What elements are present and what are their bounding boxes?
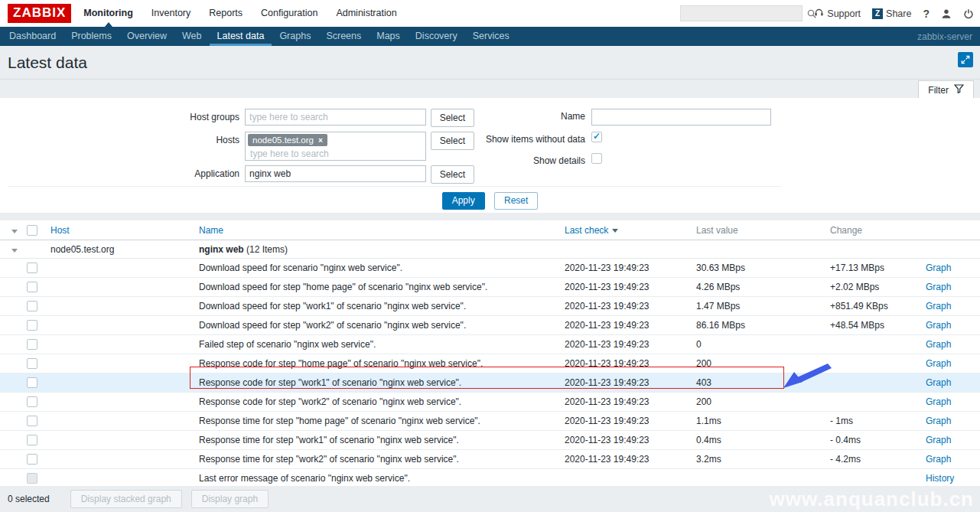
menu-item-reports[interactable]: Reports [209,0,243,27]
table-header: Host Name Last check Last value Change [0,220,980,240]
hosts-multiselect[interactable]: node05.test.org × type here to search [245,132,426,161]
filter-tab-label: Filter [928,85,949,96]
help-icon[interactable]: ? [923,8,930,20]
show-items-checkbox[interactable] [591,132,602,142]
table-body: Download speed for scenario "nginx web s… [0,259,980,488]
column-host[interactable]: Host [50,225,70,236]
row-checkbox[interactable] [27,263,37,273]
row-checkbox[interactable] [27,416,37,426]
item-action-link[interactable]: Graph [926,358,951,369]
hosts-placeholder: type here to search [248,146,423,159]
item-action-link[interactable]: Graph [926,263,951,273]
page-title: Latest data [8,54,972,72]
item-last-value: 30.63 MBps [696,263,830,273]
show-details-checkbox[interactable] [591,153,602,164]
application-input[interactable] [245,165,426,182]
group-host-link[interactable]: node05.test.org [50,244,114,255]
display-stacked-graph-button[interactable]: Display stacked graph [70,490,182,508]
server-name: zabbix-server [917,31,972,42]
column-name[interactable]: Name [199,225,223,236]
host-groups-select-button[interactable]: Select [431,109,474,127]
host-groups-input[interactable] [245,109,426,126]
row-checkbox[interactable] [27,339,37,350]
menu-item-configuration[interactable]: Configuration [261,0,317,27]
item-action-link[interactable]: History [926,473,954,484]
subnav-item-web[interactable]: Web [174,27,209,46]
reset-button[interactable]: Reset [494,192,538,210]
row-checkbox[interactable] [27,301,37,311]
title-row: Latest data [0,46,980,80]
item-action-link[interactable]: Graph [926,377,951,388]
search-input[interactable] [681,8,807,19]
host-chip-remove-icon[interactable]: × [318,136,323,145]
subnav-item-discovery[interactable]: Discovery [408,27,465,46]
subnav-item-problems[interactable]: Problems [63,27,119,46]
filter-tab[interactable]: Filter [918,80,974,98]
selected-count: 0 selected [8,494,50,504]
item-last-value: 403 [696,377,830,388]
item-last-check: 2020-11-23 19:49:23 [565,282,696,292]
share-link[interactable]: Z Share [872,8,911,19]
item-action-link[interactable]: Graph [926,301,951,311]
global-search[interactable] [680,5,803,21]
share-label: Share [886,8,911,19]
subnav-item-services[interactable]: Services [465,27,517,46]
item-name: Download speed for step "home page" of s… [199,282,565,292]
item-action-link[interactable]: Graph [926,454,951,465]
subnav-item-screens[interactable]: Screens [318,27,369,46]
logout-icon[interactable] [963,8,974,19]
item-last-value: 200 [696,358,830,369]
row-checkbox[interactable] [27,396,37,407]
item-last-check: 2020-11-23 19:49:23 [565,416,696,426]
select-all-checkbox[interactable] [27,225,37,236]
subnav-item-maps[interactable]: Maps [369,27,408,46]
column-last-check[interactable]: Last check [565,225,618,236]
row-checkbox[interactable] [27,282,37,292]
profile-icon[interactable] [941,8,952,19]
share-icon: Z [872,8,883,19]
row-checkbox[interactable] [27,358,37,369]
application-select-button[interactable]: Select [431,165,474,184]
item-name: Download speed for step "work2" of scena… [199,320,565,331]
item-name: Response code for step "work1" of scenar… [199,377,565,388]
item-action-link[interactable]: Graph [926,339,951,350]
hosts-select-button[interactable]: Select [431,132,474,150]
group-collapse-toggle[interactable] [0,244,23,255]
item-action-link[interactable]: Graph [926,320,951,331]
row-checkbox[interactable] [27,435,37,445]
zabbix-logo[interactable]: ZABBIX [8,4,71,23]
subnav-item-graphs[interactable]: Graphs [272,27,318,46]
row-checkbox[interactable] [27,377,37,388]
group-item-count: (12 Items) [244,244,288,255]
apply-button[interactable]: Apply [442,192,485,210]
item-action-link[interactable]: Graph [926,396,951,407]
support-link[interactable]: Support [814,8,861,20]
table-row: Download speed for step "home page" of s… [0,278,980,297]
name-label: Name [474,109,591,122]
item-action-link[interactable]: Graph [926,435,951,445]
item-action-link[interactable]: Graph [926,282,951,292]
host-chip-label: node05.test.org [252,135,314,145]
item-last-check: 2020-11-23 19:49:23 [565,396,696,407]
menu-item-monitoring[interactable]: Monitoring [83,0,133,27]
item-action-link[interactable]: Graph [926,416,951,426]
subnav-item-overview[interactable]: Overview [119,27,174,46]
row-checkbox[interactable] [27,454,37,465]
row-checkbox[interactable] [27,320,37,331]
item-change: - 4.2ms [830,454,926,465]
item-last-value: 200 [696,396,830,407]
kiosk-mode-button[interactable] [958,52,973,67]
sub-nav: DashboardProblemsOverviewWebLatest dataG… [0,27,980,46]
subnav-item-latest-data[interactable]: Latest data [210,27,272,46]
name-input[interactable] [591,109,771,126]
host-chip[interactable]: node05.test.org × [248,134,327,146]
top-bar: ZABBIX MonitoringInventoryReportsConfigu… [0,0,980,27]
item-name: Response time for step "work2" of scenar… [199,454,565,465]
menu-item-inventory[interactable]: Inventory [151,0,190,27]
funnel-icon [954,84,964,96]
collapse-all-toggle[interactable] [0,225,23,236]
display-graph-button[interactable]: Display graph [191,490,269,508]
menu-item-administration[interactable]: Administration [336,0,396,27]
subnav-item-dashboard[interactable]: Dashboard [2,27,63,46]
table-row: Response code for step "work1" of scenar… [0,373,980,393]
